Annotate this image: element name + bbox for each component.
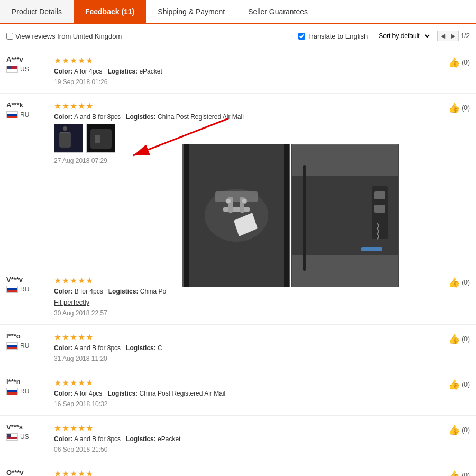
review-date: 16 Sep 2018 10:32 — [54, 400, 443, 408]
table-row: l***o RU ★★★★★ Color: A and B for 8pcs L… — [0, 325, 476, 370]
review-date: 06 Sep 2018 21:50 — [54, 446, 443, 453]
like-area: 👍 (0) — [448, 378, 470, 390]
tab-feedback[interactable]: Feedback (11) — [74, 0, 146, 23]
page-indicator: 1/2 — [461, 32, 470, 40]
reviewer-name: O***v — [6, 469, 49, 476]
country-code: US — [20, 66, 29, 73]
tab-shipping[interactable]: Shipping & Payment — [146, 0, 236, 23]
reviewer-name: l***o — [6, 332, 49, 340]
svg-rect-27 — [361, 247, 382, 251]
review-meta: Color: A for 4pcs Logistics: ePacket — [54, 68, 443, 75]
stars: ★★★★★ — [54, 423, 443, 433]
svg-rect-28 — [292, 144, 398, 145]
review-content: ★★★★★ Color: A and B for 8pcs Logistics:… — [49, 332, 448, 362]
reviewer-country: RU — [6, 286, 49, 293]
like-icon[interactable]: 👍 — [448, 57, 460, 68]
reviewer-country: RU — [6, 388, 49, 395]
country-code: RU — [20, 286, 29, 293]
table-row: V***s US ★★★★★ Color: A and B for 8pcs L… — [0, 416, 476, 461]
like-area: 👍 (0) — [448, 56, 470, 68]
filter-right: Translate to English Sort by default ◀ ▶… — [298, 30, 470, 42]
like-count: (0) — [462, 472, 470, 476]
view-reviews-text: View reviews from United Kingdom — [15, 32, 122, 40]
country-code: RU — [20, 342, 29, 350]
next-page-button[interactable]: ▶ — [448, 31, 458, 41]
country-code: RU — [20, 388, 29, 395]
sort-dropdown[interactable]: Sort by default — [373, 30, 432, 42]
table-row: A***k RU ★★★★★ Color: A and B for 8pcs L… — [0, 94, 476, 268]
like-area: 👍 (0) — [448, 469, 470, 476]
like-count: (0) — [462, 335, 470, 343]
svg-rect-25 — [374, 191, 385, 199]
page-nav[interactable]: ◀ ▶ — [437, 31, 459, 41]
review-thumb[interactable] — [54, 124, 83, 153]
translate-label[interactable]: Translate to English — [298, 32, 368, 40]
tab-product-details[interactable]: Product Details — [0, 0, 74, 23]
svg-rect-1 — [60, 132, 70, 147]
review-date: 31 Aug 2018 11:20 — [54, 355, 443, 362]
prev-page-button[interactable]: ◀ — [438, 31, 448, 41]
country-code: RU — [20, 111, 29, 118]
review-date: 30 Aug 2018 22:57 — [54, 309, 443, 317]
review-meta: Color: A for 4pcs Logistics: China Post … — [54, 390, 443, 397]
like-count: (0) — [462, 279, 470, 286]
review-meta: Color: B for 4pcs Logistics: China Po — [54, 288, 443, 295]
review-thumb[interactable] — [86, 124, 115, 153]
svg-rect-12 — [223, 207, 250, 212]
tab-bar: Product Details Feedback (11) Shipping &… — [0, 0, 476, 24]
reviewer-country: RU — [6, 342, 49, 350]
svg-point-16 — [242, 198, 247, 204]
like-icon[interactable]: 👍 — [448, 277, 460, 288]
like-area: 👍 (0) — [448, 332, 470, 345]
svg-rect-18 — [184, 144, 189, 287]
review-meta: Color: A and B for 8pcs Logistics: C — [54, 344, 443, 352]
reviewer-name: A***k — [6, 101, 49, 109]
reviewer-country: US — [6, 66, 49, 73]
svg-rect-26 — [374, 205, 385, 213]
like-count: (0) — [462, 104, 470, 112]
like-icon[interactable]: 👍 — [448, 102, 460, 114]
review-content: ★★★★★ Color: A and B for 8pcs Logistics:… — [49, 101, 448, 164]
like-icon[interactable]: 👍 — [448, 379, 460, 390]
translate-text: Translate to English — [307, 32, 368, 40]
reviewer-country: RU — [6, 111, 49, 118]
reviewer-info: l***o RU — [6, 332, 49, 350]
view-reviews-checkbox[interactable] — [6, 33, 13, 40]
translate-checkbox[interactable] — [298, 33, 305, 40]
stars: ★★★★★ — [54, 332, 443, 342]
like-count: (0) — [462, 381, 470, 388]
country-code: US — [20, 433, 29, 441]
reviewer-info: V***v RU — [6, 276, 49, 293]
svg-point-2 — [63, 126, 67, 131]
like-area: 👍 (0) — [448, 276, 470, 288]
pagination-info: ◀ ▶ 1/2 — [437, 31, 470, 41]
like-area: 👍 (0) — [448, 101, 470, 114]
review-content: ★★★★★ Color: A for 4pcs Logistics: China… — [49, 378, 448, 408]
reviewer-info: V***s US — [6, 423, 49, 441]
svg-point-15 — [226, 198, 231, 204]
like-icon[interactable]: 👍 — [448, 470, 460, 476]
review-meta: Color: A and B for 8pcs Logistics: ePack… — [54, 435, 443, 443]
tab-seller[interactable]: Seller Guarantees — [236, 0, 319, 23]
svg-rect-4 — [91, 130, 111, 148]
like-area: 👍 (0) — [448, 423, 470, 436]
big-image-popup[interactable] — [182, 144, 399, 287]
reviewer-info: l***n RU — [6, 378, 49, 395]
like-icon[interactable]: 👍 — [448, 424, 460, 436]
reviewer-country: US — [6, 433, 49, 441]
review-text: Fit perfectly — [54, 298, 443, 306]
like-count: (0) — [462, 59, 470, 66]
flag-icon — [6, 111, 18, 118]
reviewer-name: l***n — [6, 378, 49, 386]
flag-icon — [6, 433, 18, 441]
review-content: ★★★★★ Color: A and B for 8pcs Logistics:… — [49, 469, 448, 476]
view-reviews-label[interactable]: View reviews from United Kingdom — [6, 32, 122, 40]
flag-icon — [6, 286, 18, 293]
table-row: A***v US ★★★★★ Color: A for 4pcs Logisti… — [0, 48, 476, 94]
svg-rect-11 — [215, 191, 258, 202]
reviewer-info: A***k RU — [6, 101, 49, 118]
filter-bar: View reviews from United Kingdom Transla… — [0, 24, 476, 48]
reviews-container: A***v US ★★★★★ Color: A for 4pcs Logisti… — [0, 48, 476, 476]
like-icon[interactable]: 👍 — [448, 333, 460, 345]
flag-icon — [6, 66, 18, 73]
